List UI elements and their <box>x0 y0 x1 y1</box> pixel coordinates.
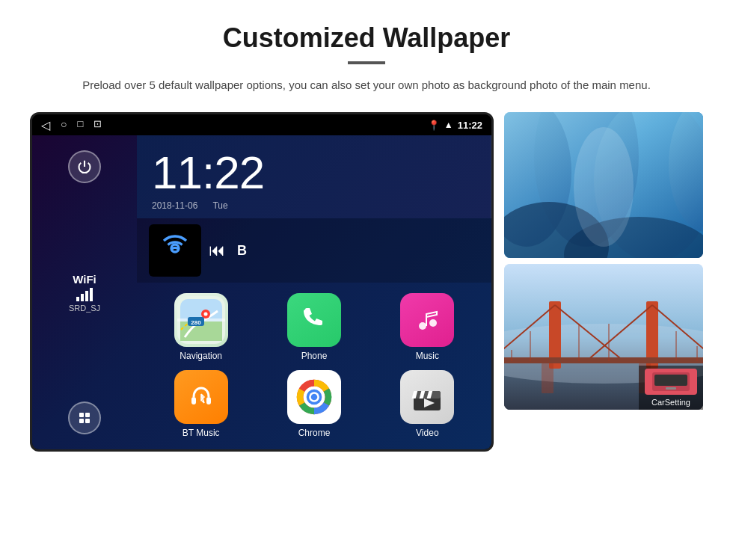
apps-dot <box>79 419 84 423</box>
wifi-label: WiFi <box>69 273 100 286</box>
media-icon-box <box>149 224 201 277</box>
title-divider <box>348 61 385 64</box>
app-chrome[interactable]: Chrome <box>262 370 366 438</box>
bt-music-label: BT Music <box>183 428 220 438</box>
wifi-bar-3 <box>85 291 88 301</box>
status-time: 11:22 <box>458 120 482 131</box>
clock-info: 2018-11-06 Tue <box>152 200 476 211</box>
location-icon: 📍 <box>428 120 440 131</box>
navigation-label: Navigation <box>180 351 222 361</box>
apps-dot <box>79 413 84 417</box>
apps-grid-icon <box>79 413 90 423</box>
android-main: WiFi SRD_SJ <box>32 135 491 449</box>
wifi-info: WiFi SRD_SJ <box>69 273 100 313</box>
phone-icon <box>287 293 341 347</box>
clock-day: Tue <box>212 200 227 211</box>
home-icon[interactable]: ○ <box>61 118 67 132</box>
media-controls: ⏮ B <box>209 241 247 260</box>
apps-dot <box>85 419 90 423</box>
app-grid: 280 Navigation <box>137 283 491 449</box>
app-phone[interactable]: Phone <box>262 293 366 361</box>
video-icon <box>400 370 454 424</box>
back-icon[interactable]: ◁ <box>41 118 50 132</box>
carsetting-device <box>645 369 697 395</box>
svg-point-6 <box>203 313 207 316</box>
app-music[interactable]: Music <box>375 293 479 361</box>
wifi-bar-4 <box>90 288 93 301</box>
navigation-icon: 280 <box>174 293 228 347</box>
clock-date: 2018-11-06 <box>152 200 197 211</box>
wallpaper-ice[interactable] <box>504 112 703 258</box>
carsetting-label: CarSetting <box>645 398 697 407</box>
media-bar: ⏮ B <box>137 218 491 283</box>
page-title: Customized Wallpaper <box>30 22 703 54</box>
status-bar-right: 📍 ▲ 11:22 <box>428 120 482 131</box>
wifi-bar-1 <box>76 297 79 301</box>
media-title: B <box>237 243 247 259</box>
content-area: ◁ ○ □ ⊡ 📍 ▲ 11:22 <box>30 112 703 452</box>
svg-point-17 <box>311 394 318 401</box>
power-button[interactable] <box>68 150 101 183</box>
svg-text:280: 280 <box>191 319 201 326</box>
music-icon <box>400 293 454 347</box>
status-bar-nav: ◁ ○ □ ⊡ <box>41 118 102 132</box>
svg-rect-48 <box>542 363 553 393</box>
svg-point-9 <box>419 322 426 330</box>
wifi-status-icon: ▲ <box>444 120 453 130</box>
svg-rect-12 <box>206 397 211 404</box>
android-screen: WiFi SRD_SJ <box>32 135 491 449</box>
svg-rect-11 <box>191 397 196 404</box>
status-bar: ◁ ○ □ ⊡ 📍 ▲ 11:22 <box>32 114 491 135</box>
clock-time: 11:22 <box>152 146 476 199</box>
wifi-ssid: SRD_SJ <box>69 304 100 313</box>
chrome-label: Chrome <box>298 428 331 438</box>
page-description: Preload over 5 default wallpaper options… <box>75 76 658 94</box>
wallpaper-bridge-container: CarSetting <box>504 264 703 410</box>
camera-icon[interactable]: ⊡ <box>93 118 102 132</box>
left-panel: WiFi SRD_SJ <box>32 135 137 449</box>
android-center: 11:22 2018-11-06 Tue <box>137 135 491 449</box>
svg-point-31 <box>574 127 634 247</box>
svg-rect-52 <box>666 387 676 390</box>
svg-rect-41 <box>504 357 703 363</box>
apps-dot <box>85 413 90 417</box>
media-prev-icon[interactable]: ⏮ <box>209 241 225 260</box>
wallpaper-column: CarSetting <box>504 112 703 410</box>
recents-icon[interactable]: □ <box>77 118 83 132</box>
chrome-icon <box>287 370 341 424</box>
app-navigation[interactable]: 280 Navigation <box>149 293 253 361</box>
bt-music-icon <box>174 370 228 424</box>
app-bt-music[interactable]: BT Music <box>149 370 253 438</box>
wifi-bar-2 <box>81 294 84 301</box>
page-container: Customized Wallpaper Preload over 5 defa… <box>0 0 733 467</box>
music-label: Music <box>416 351 439 361</box>
svg-point-10 <box>429 319 437 327</box>
clock-area: 11:22 2018-11-06 Tue <box>137 135 491 218</box>
carsetting-overlay: CarSetting <box>639 366 703 410</box>
video-label: Video <box>416 428 438 438</box>
app-video[interactable]: Video <box>375 370 479 438</box>
device-mockup: ◁ ○ □ ⊡ 📍 ▲ 11:22 <box>30 112 494 452</box>
svg-rect-51 <box>654 375 687 386</box>
phone-label: Phone <box>301 351 328 361</box>
wifi-bars <box>69 288 100 301</box>
apps-button[interactable] <box>68 401 101 434</box>
media-wifi-icon <box>160 233 190 268</box>
